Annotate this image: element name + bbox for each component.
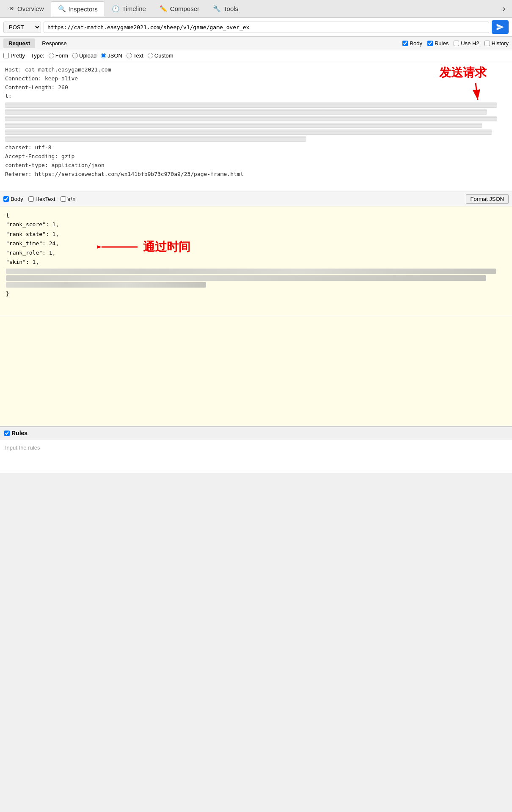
type-json[interactable]: JSON <box>101 52 122 59</box>
tab-overview[interactable]: 👁 Overview <box>2 2 51 16</box>
method-select[interactable]: POST GET PUT DELETE <box>3 22 41 33</box>
type-radio-group: Form Upload JSON Text Custom <box>49 52 173 59</box>
json-body-extra-space <box>0 316 512 426</box>
format-json-button[interactable]: Format JSON <box>466 194 509 204</box>
tab-composer-label: Composer <box>170 5 199 12</box>
tab-inspectors[interactable]: 🔍 Inspectors <box>51 1 105 16</box>
rules-placeholder: Input the rules <box>5 444 40 451</box>
header-referer: Referer: https://servicewechat.com/wx141… <box>5 170 507 179</box>
body-checkbox[interactable]: Body <box>402 40 422 47</box>
url-bar: POST GET PUT DELETE <box>0 18 512 37</box>
req-resp-bar: Request Response Body Rules Use H2 Histo… <box>0 37 512 50</box>
request-tab[interactable]: Request <box>3 38 35 48</box>
rn-checkbox[interactable]: \r\n <box>61 196 76 202</box>
header-connection: Connection: keep-alive <box>5 74 507 83</box>
tab-tools-label: Tools <box>223 5 238 12</box>
type-label: Type: <box>31 52 44 59</box>
type-upload[interactable]: Upload <box>72 52 96 59</box>
send-icon <box>496 23 504 31</box>
json-line-rank-state: "rank_state": 1, <box>6 230 506 239</box>
inspectors-icon: 🔍 <box>58 5 66 13</box>
header-content-length: Content-Length: 260 <box>5 83 507 92</box>
json-line-rank-score: "rank_score": 1, <box>6 220 506 229</box>
overview-icon: 👁 <box>8 5 15 12</box>
top-navigation: 👁 Overview 🔍 Inspectors 🕐 Timeline ✏️ Co… <box>0 0 512 18</box>
tab-overview-label: Overview <box>17 5 44 12</box>
redacted-block-1 <box>5 102 507 142</box>
timeline-icon: 🕐 <box>112 5 120 13</box>
json-line-skin: "skin": 1, <box>6 258 506 267</box>
composer-icon: ✏️ <box>160 5 168 13</box>
redacted-json-block <box>6 269 506 288</box>
tools-icon: 🔧 <box>213 5 221 13</box>
rules-input-area: Input the rules <box>0 439 512 473</box>
tab-tools[interactable]: 🔧 Tools <box>206 2 245 16</box>
json-line-open: { <box>6 211 506 220</box>
header-host: Host: cat-match.easygame2021.com <box>5 66 507 74</box>
type-form[interactable]: Form <box>49 52 68 59</box>
spacer <box>0 183 512 192</box>
tab-timeline-label: Timeline <box>122 5 146 12</box>
type-text[interactable]: Text <box>127 52 143 59</box>
header-accept-encoding: Accept-Encoding: gzip <box>5 152 507 161</box>
header-content-type: content-type: application/json <box>5 161 507 170</box>
hextext-checkbox[interactable]: HexText <box>28 196 55 202</box>
send-button[interactable] <box>492 20 509 34</box>
pretty-checkbox[interactable]: Pretty <box>3 52 25 59</box>
type-custom[interactable]: Custom <box>148 52 173 59</box>
rules-bar: Rules <box>0 426 512 439</box>
headers-section: 发送请求 Host: cat-match.easygame2021.com Co… <box>0 61 512 183</box>
response-tab[interactable]: Response <box>37 38 72 48</box>
json-body-area: 通过时间 { "rank_score": 1, "rank_state": 1,… <box>0 206 512 316</box>
json-line-rank-role: "rank_role": 1, <box>6 248 506 258</box>
url-input[interactable] <box>44 22 489 33</box>
header-t: t: <box>5 92 507 101</box>
tab-composer[interactable]: ✏️ Composer <box>153 2 206 16</box>
tab-inspectors-label: Inspectors <box>69 5 98 13</box>
headers-area: Host: cat-match.easygame2021.com Connect… <box>0 61 512 183</box>
use-h2-checkbox[interactable]: Use H2 <box>454 40 479 47</box>
tab-timeline[interactable]: 🕐 Timeline <box>105 2 153 16</box>
json-line-rank-time: "rank_time": 24, <box>6 239 506 248</box>
history-checkbox[interactable]: History <box>484 40 509 47</box>
json-line-close: } <box>6 289 506 299</box>
body-options-bar: Body HexText \r\n Format JSON <box>0 192 512 206</box>
rules-checkbox[interactable]: Rules <box>427 40 449 47</box>
pretty-type-row: Pretty Type: Form Upload JSON Text Custo… <box>0 50 512 61</box>
nav-more-button[interactable]: › <box>498 1 510 16</box>
options-row: Body Rules Use H2 History <box>402 40 509 47</box>
rules-section-checkbox[interactable]: Rules <box>4 430 28 436</box>
header-charset: charset: utf-8 <box>5 143 507 152</box>
body-section-checkbox[interactable]: Body <box>3 196 23 202</box>
